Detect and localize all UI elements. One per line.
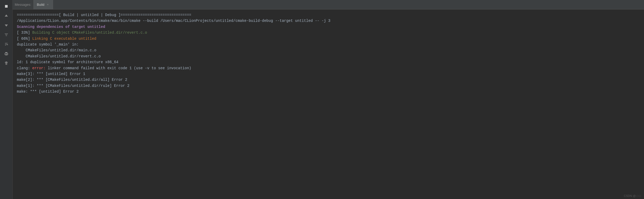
svg-marker-2 <box>5 24 8 27</box>
svg-rect-12 <box>5 54 7 55</box>
output-line-33pct: [ 33%] Building C object CMakeFiles/unti… <box>17 30 640 36</box>
output-line-66pct: [ 66%] Linking C executable untitled <box>17 36 640 42</box>
print-icon[interactable] <box>2 49 11 58</box>
sidebar <box>0 0 13 199</box>
build-output[interactable]: ===================[ Build | untitled | … <box>13 9 644 199</box>
svg-point-13 <box>7 54 7 54</box>
main-content: Messages: Build × ===================[ B… <box>13 0 644 199</box>
svg-line-17 <box>7 63 7 64</box>
scroll-up-icon[interactable] <box>2 12 11 20</box>
output-line-revert-c: CMakeFiles/untitled.dir/revert.c.o <box>17 53 640 59</box>
messages-label: Messages: <box>15 3 33 7</box>
tab-close-icon[interactable]: × <box>46 3 50 7</box>
output-line-main-c: CMakeFiles/untitled.dir/main.c.o <box>17 47 640 53</box>
scroll-down-icon[interactable] <box>2 21 11 29</box>
output-line-make2: make[2]: *** [CMakeFiles/untitled.dir/al… <box>17 77 640 83</box>
build-tab[interactable]: Build × <box>33 0 53 9</box>
output-line-ld: ld: 1 duplicate symbol for architecture … <box>17 59 640 65</box>
delete-icon[interactable] <box>2 59 11 67</box>
output-line-make1: make[1]: *** [CMakeFiles/untitled.dir/ru… <box>17 83 640 89</box>
output-line-separator: ===================[ Build | untitled | … <box>17 12 640 18</box>
tab-bar: Messages: Build × <box>13 0 644 9</box>
svg-marker-1 <box>5 14 8 17</box>
svg-rect-0 <box>5 5 8 8</box>
stop-icon[interactable] <box>2 2 11 11</box>
output-line-make3: make[3]: *** [untitled] Error 1 <box>17 71 640 77</box>
output-line-scanning: Scanning dependencies of target untitled <box>17 24 640 30</box>
output-line-duplicate: duplicate symbol '_main' in: <box>17 42 640 47</box>
app-container: Messages: Build × ===================[ B… <box>0 0 644 199</box>
build-tab-label: Build <box>37 3 44 7</box>
sort-icon[interactable] <box>2 40 11 48</box>
svg-rect-14 <box>5 62 8 63</box>
output-line-clang-error: clang: error: linker command failed with… <box>17 65 640 71</box>
output-line-make: make: *** [untitled] Error 2 <box>17 89 640 94</box>
svg-rect-15 <box>6 62 7 62</box>
output-line-cmake: /Applications/CLion.app/Contents/bin/cma… <box>17 18 640 24</box>
filter-icon[interactable] <box>2 31 11 39</box>
watermark: CSDN @ □ □ <box>624 194 641 197</box>
svg-line-16 <box>6 63 6 64</box>
